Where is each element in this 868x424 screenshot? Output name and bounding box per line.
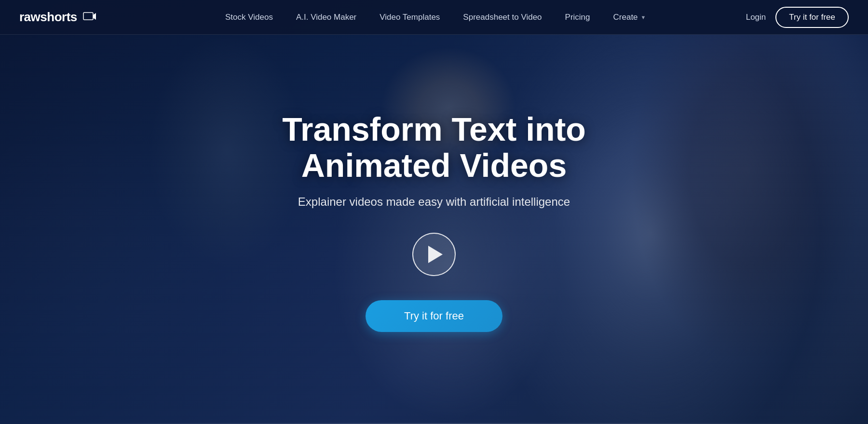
logo-text: rawshorts <box>19 10 77 25</box>
nav-link-ai-video-maker[interactable]: A.I. Video Maker <box>285 0 368 35</box>
nav-links: Stock Videos A.I. Video Maker Video Temp… <box>125 0 746 35</box>
logo-text-raw: raw <box>19 10 40 24</box>
nav-try-free-button[interactable]: Try it for free <box>775 7 849 28</box>
nav-link-spreadsheet-to-video[interactable]: Spreadsheet to Video <box>451 0 553 35</box>
hero-subtitle: Explainer videos made easy with artifici… <box>298 195 570 209</box>
hero-title: Transform Text into Animated Videos <box>217 111 651 184</box>
hero-section: rawshorts Stock Videos A.I. Video Maker … <box>0 0 868 424</box>
login-link[interactable]: Login <box>746 13 766 22</box>
chevron-down-icon: ▼ <box>641 14 646 20</box>
nav-link-stock-videos[interactable]: Stock Videos <box>214 0 285 35</box>
logo-icon <box>83 12 96 23</box>
play-triangle-icon <box>428 246 443 263</box>
navbar: rawshorts Stock Videos A.I. Video Maker … <box>0 0 868 35</box>
hero-content: Transform Text into Animated Videos Expl… <box>0 0 868 424</box>
svg-rect-0 <box>83 13 93 20</box>
nav-link-pricing[interactable]: Pricing <box>554 0 602 35</box>
hero-try-free-button[interactable]: Try it for free <box>366 300 502 332</box>
nav-link-video-templates[interactable]: Video Templates <box>368 0 451 35</box>
logo[interactable]: rawshorts <box>19 10 96 25</box>
play-button[interactable] <box>412 233 456 276</box>
nav-link-create[interactable]: Create ▼ <box>602 0 658 35</box>
logo-text-bold: shorts <box>40 10 77 24</box>
nav-actions: Login Try it for free <box>746 7 849 28</box>
